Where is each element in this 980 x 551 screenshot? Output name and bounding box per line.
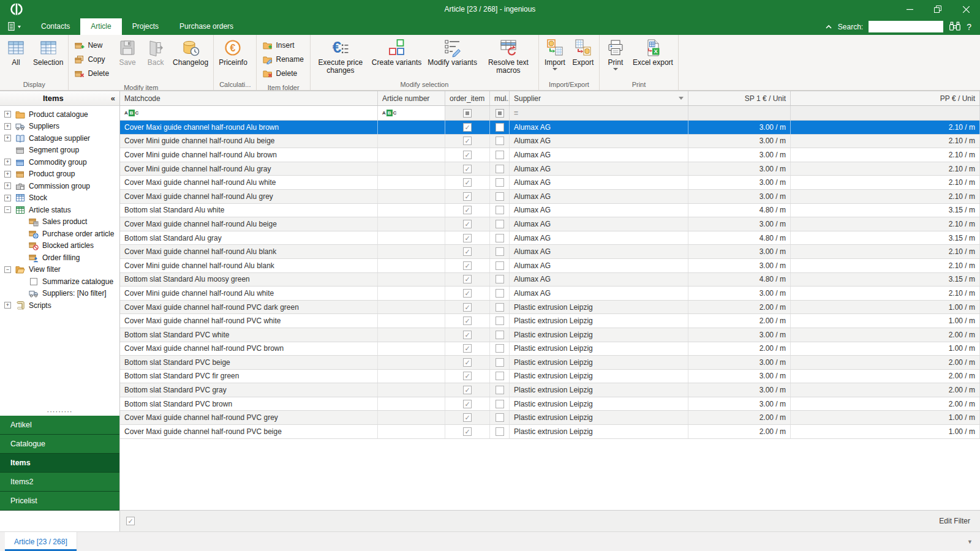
nav-button-pricelist[interactable]: Pricelist	[0, 492, 119, 511]
order-item-checkbox[interactable]: ✓	[463, 303, 472, 312]
ribbon-button-insert[interactable]: Insert	[260, 38, 306, 52]
mul-checkbox[interactable]	[496, 220, 504, 228]
menu-tab-contacts[interactable]: Contacts	[31, 18, 80, 35]
ribbon-button-priceinfo[interactable]: €Priceinfo	[216, 36, 251, 67]
mul-checkbox[interactable]	[496, 331, 504, 339]
collapse-ribbon-icon[interactable]	[825, 23, 832, 31]
table-row[interactable]: Cover Maxi guide channel half-round PVC …	[120, 301, 980, 315]
order-item-checkbox[interactable]: ✓	[463, 275, 472, 283]
help-icon[interactable]: ?	[967, 22, 971, 32]
ribbon-button-excel-export[interactable]: XExcel export	[630, 36, 676, 67]
mul-checkbox[interactable]	[496, 358, 504, 367]
expand-node-icon[interactable]: +	[4, 111, 11, 118]
bottom-tab-article-23-268[interactable]: Article [23 / 268]	[5, 532, 77, 551]
ribbon-button-modify-variants[interactable]: Modify variants	[424, 36, 480, 67]
order-item-checkbox[interactable]: ✓	[463, 206, 472, 214]
column-header-matchcode[interactable]: Matchcode	[120, 91, 378, 105]
table-row[interactable]: Cover Maxi guide channel half-round Alu …	[120, 176, 980, 190]
mul-checkbox[interactable]	[496, 289, 504, 298]
collapse-node-icon[interactable]: −	[4, 266, 11, 273]
column-header-sp-1-unit[interactable]: SP 1 € / Unit	[688, 91, 791, 105]
collapse-panel-icon[interactable]: «	[107, 94, 119, 103]
filter-cell-supplier[interactable]: =	[510, 106, 688, 120]
order-item-checkbox[interactable]: ✓	[463, 165, 472, 173]
mul-checkbox[interactable]	[496, 151, 504, 159]
ribbon-button-save[interactable]: Save	[113, 36, 141, 67]
mul-checkbox[interactable]	[496, 247, 504, 256]
table-row[interactable]: Bottom slat Standard Alu gray✓Alumax AG4…	[120, 231, 980, 246]
search-input[interactable]	[869, 21, 943, 32]
table-row[interactable]: Cover Maxi guide channel half-round PVC …	[120, 314, 980, 328]
filter-dropdown-icon[interactable]	[679, 97, 684, 100]
tree-item-sales-product[interactable]: Sales product	[0, 216, 119, 228]
tree-item-order-filling[interactable]: Order filling	[0, 252, 119, 264]
mul-checkbox[interactable]	[496, 165, 504, 173]
mul-checkbox[interactable]	[496, 137, 504, 145]
ribbon-button-import[interactable]: Import	[541, 36, 569, 70]
ribbon-button-new[interactable]: New	[72, 38, 112, 52]
filter-cell-matchcode[interactable]: ABC	[120, 106, 378, 120]
menu-tab-projects[interactable]: Projects	[122, 18, 169, 35]
expand-node-icon[interactable]: +	[4, 195, 11, 201]
order-item-checkbox[interactable]: ✓	[463, 331, 472, 339]
table-row[interactable]: Cover Maxi guide channel half-round PVC …	[120, 342, 980, 356]
tree-item-scripts[interactable]: +Scripts	[0, 299, 119, 312]
table-row[interactable]: Cover Mini guide channel half-round Alu …	[120, 135, 980, 149]
ribbon-button-copy[interactable]: Copy	[72, 52, 112, 66]
nav-button-artikel[interactable]: Artikel	[0, 416, 119, 435]
column-header-supplier[interactable]: Supplier	[510, 91, 688, 105]
app-menu-icon[interactable]	[5, 18, 23, 35]
filter-cell-article-number[interactable]: ABC	[378, 106, 445, 120]
table-row[interactable]: Cover Maxi guide channel half-round PVC …	[120, 425, 980, 439]
tree-item-purchase-order-article[interactable]: Purchase order article	[0, 228, 119, 240]
edit-filter-button[interactable]: Edit Filter	[939, 517, 970, 525]
expand-node-icon[interactable]: +	[4, 123, 11, 130]
mul-checkbox[interactable]	[496, 317, 504, 325]
filter-cell-pp-unit[interactable]	[791, 106, 980, 120]
table-row[interactable]: Bottom slat Standard Alu moosy green✓Alu…	[120, 273, 980, 287]
mul-checkbox[interactable]	[496, 192, 504, 201]
mul-checkbox[interactable]	[496, 386, 504, 394]
order-item-checkbox[interactable]: ✓	[463, 123, 472, 132]
ribbon-button-delete[interactable]: Delete	[72, 66, 112, 80]
order-item-checkbox[interactable]: ✓	[463, 427, 472, 436]
tree-item-article-status[interactable]: −Article status	[0, 204, 119, 216]
tree-item-commission-group[interactable]: +Commission group	[0, 180, 119, 192]
tree-item-view-filter[interactable]: −View filter	[0, 264, 119, 276]
order-item-checkbox[interactable]: ✓	[463, 261, 472, 270]
ribbon-button-selection[interactable]: Selection	[30, 36, 66, 67]
collapse-node-icon[interactable]: −	[4, 206, 11, 213]
mul-checkbox[interactable]	[496, 275, 504, 283]
tree-item-product-group[interactable]: +Product group	[0, 168, 119, 181]
table-row[interactable]: Bottom slat Standard PVC white✓Plastic e…	[120, 328, 980, 342]
tree-item-summarize-catalogue[interactable]: Summarize catalogue	[0, 276, 119, 288]
tree-item-suppliers[interactable]: +Suppliers	[0, 121, 119, 133]
expand-node-icon[interactable]: +	[4, 135, 11, 141]
ribbon-button-create-variants[interactable]: Create variants	[369, 36, 424, 67]
splitter-grip[interactable]: ·········	[0, 410, 119, 416]
order-item-checkbox[interactable]: ✓	[463, 151, 472, 159]
ribbon-button-changelog[interactable]: Changelog	[170, 36, 211, 67]
binoculars-icon[interactable]	[949, 21, 961, 33]
tree-item-stock[interactable]: +Stock	[0, 192, 119, 204]
order-item-checkbox[interactable]: ✓	[463, 247, 472, 256]
table-row[interactable]: Cover Maxi guide channel half-round Alu …	[120, 217, 980, 231]
table-row[interactable]: Cover Maxi guide channel half-round Alu …	[120, 245, 980, 259]
column-header-article-number[interactable]: Article number	[378, 91, 445, 105]
ribbon-button-delete[interactable]: Delete	[260, 66, 306, 80]
mul-checkbox[interactable]	[496, 234, 504, 242]
filter-enabled-checkbox[interactable]: ✓	[126, 517, 135, 525]
order-item-checkbox[interactable]: ✓	[463, 317, 472, 325]
mul-checkbox[interactable]	[496, 178, 504, 187]
expand-node-icon[interactable]: +	[4, 182, 11, 189]
table-row[interactable]: Bottom slat Standard PVC gray✓Plastic ex…	[120, 383, 980, 397]
table-row[interactable]: Bottom slat Standard PVC beige✓Plastic e…	[120, 356, 980, 370]
column-header-mul[interactable]: mul...	[490, 91, 510, 105]
mul-checkbox[interactable]	[496, 344, 504, 353]
menu-tab-purchase-orders[interactable]: Purchase orders	[169, 18, 244, 35]
close-button[interactable]	[952, 0, 980, 18]
table-row[interactable]: Cover Maxi guide channel half-round Alu …	[120, 190, 980, 204]
table-row[interactable]: Bottom slat Standard Alu white✓Alumax AG…	[120, 204, 980, 218]
table-row[interactable]: Cover Mini guide channel half-round Alu …	[120, 287, 980, 301]
order-item-checkbox[interactable]: ✓	[463, 372, 472, 380]
